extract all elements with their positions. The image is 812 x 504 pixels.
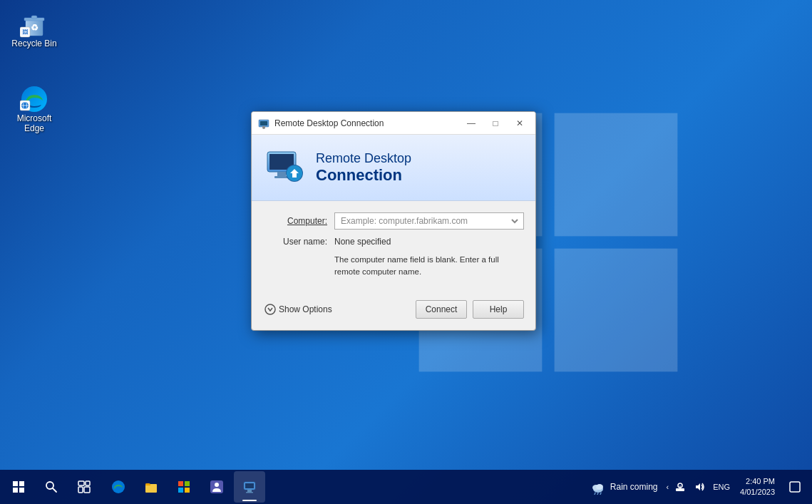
svg-rect-43 [185, 488, 190, 493]
language-button[interactable]: ENG [711, 478, 731, 495]
svg-rect-47 [245, 483, 254, 488]
svg-line-53 [595, 493, 595, 495]
taskbar-store-icon [177, 480, 191, 494]
svg-rect-31 [19, 488, 24, 493]
recycle-bin-icon[interactable]: ♻ 🖼 Recycle Bin [6, 7, 63, 51]
svg-rect-35 [86, 481, 90, 485]
dialog-title-icon [257, 117, 270, 130]
dialog-footer: Show Options Connect Help [252, 300, 535, 330]
svg-rect-41 [185, 481, 190, 486]
notification-icon [789, 481, 801, 493]
volume-icon [694, 481, 706, 493]
weather-widget[interactable]: Rain coming [585, 476, 664, 498]
microsoft-edge-icon[interactable]: Microsoft Edge [6, 82, 63, 136]
language-text: ENG [713, 483, 730, 491]
volume-icon-button[interactable] [692, 478, 709, 495]
date-display: 4/01/2023 [740, 487, 775, 498]
search-button[interactable] [36, 471, 67, 503]
svg-rect-34 [78, 481, 84, 485]
show-options-icon [264, 304, 276, 315]
svg-rect-42 [178, 488, 183, 493]
dialog-header: Remote Desktop Connection [252, 135, 535, 201]
help-button[interactable]: Help [473, 300, 524, 319]
svg-marker-59 [696, 483, 700, 490]
svg-rect-28 [13, 481, 18, 486]
task-view-button[interactable] [68, 471, 100, 503]
notification-button[interactable] [783, 471, 806, 503]
taskbar-explorer-icon [144, 480, 158, 494]
header-line1: Remote Desktop [316, 151, 411, 166]
recycle-bin-image: ♻ 🖼 [20, 10, 48, 38]
taskbar-left [3, 471, 100, 503]
clock-button[interactable]: 2:40 PM 4/01/2023 [734, 476, 781, 498]
dialog-title-text: Remote Desktop Connection [274, 118, 457, 128]
sys-tray: ‹ ENG [667, 478, 732, 495]
taskbar: Rain coming ‹ [0, 470, 812, 504]
svg-rect-40 [178, 481, 183, 486]
svg-rect-3 [555, 249, 678, 372]
show-options-label: Show Options [279, 304, 332, 314]
username-value: None specified [334, 237, 391, 247]
svg-line-54 [597, 493, 598, 495]
rdc-icon [263, 146, 306, 189]
svg-rect-37 [84, 487, 90, 493]
username-label: User name: [263, 237, 334, 247]
connect-button[interactable]: Connect [416, 300, 467, 319]
svg-text:♻: ♻ [31, 23, 38, 33]
minimize-button[interactable]: — [461, 115, 481, 131]
show-hidden-icons-button[interactable]: ‹ [667, 483, 669, 491]
dialog-titlebar: Remote Desktop Connection — □ ✕ [252, 112, 535, 135]
recycle-bin-label: Recycle Bin [11, 38, 56, 48]
svg-rect-48 [247, 490, 252, 492]
rdc-dialog: Remote Desktop Connection — □ ✕ [251, 111, 536, 331]
svg-rect-7 [31, 16, 37, 19]
taskbar-right: Rain coming ‹ [585, 471, 809, 503]
svg-point-45 [215, 483, 219, 487]
computer-label: Computer: [263, 216, 334, 226]
network-icon [674, 481, 686, 493]
svg-line-55 [600, 493, 601, 495]
header-line2: Connection [316, 166, 411, 185]
taskbar-rdc-icon [242, 480, 257, 494]
taskbar-store-button[interactable] [168, 471, 200, 503]
computer-select[interactable]: Example: computer.fabrikam.com [338, 213, 520, 229]
start-icon [12, 480, 25, 493]
search-icon [45, 480, 58, 493]
rdc-header-icon [263, 146, 306, 189]
start-button[interactable] [3, 471, 34, 503]
dialog-body: Computer: Example: computer.fabrikam.com… [252, 201, 535, 300]
taskbar-edge-icon [111, 480, 125, 494]
svg-rect-18 [260, 121, 267, 125]
taskbar-edge-button[interactable] [103, 471, 134, 503]
taskbar-explorer-button[interactable] [135, 471, 167, 503]
weather-icon [590, 479, 606, 495]
svg-rect-60 [790, 482, 800, 492]
svg-rect-20 [262, 126, 265, 127]
taskbar-teams-icon [210, 480, 224, 494]
svg-rect-29 [19, 481, 24, 486]
computer-input-wrapper[interactable]: Example: computer.fabrikam.com [334, 212, 524, 230]
svg-point-52 [596, 484, 603, 490]
dialog-header-text: Remote Desktop Connection [316, 151, 411, 185]
username-row: User name: None specified [263, 237, 524, 247]
taskbar-rdc-button[interactable] [234, 471, 265, 503]
svg-rect-1 [555, 113, 678, 237]
weather-text: Rain coming [610, 482, 658, 492]
taskbar-pinned [103, 471, 265, 503]
svg-rect-30 [13, 488, 18, 493]
svg-text:🖼: 🖼 [22, 29, 28, 36]
network-icon-button[interactable] [672, 478, 689, 495]
svg-point-38 [112, 480, 125, 493]
close-button[interactable]: ✕ [510, 115, 530, 131]
time-display: 2:40 PM [740, 476, 775, 487]
taskbar-teams-button[interactable] [201, 471, 232, 503]
svg-rect-36 [78, 487, 83, 493]
svg-rect-56 [676, 488, 684, 491]
show-options-button[interactable]: Show Options [263, 302, 334, 317]
svg-rect-23 [277, 172, 286, 176]
error-message: The computer name field is blank. Enter … [263, 254, 524, 279]
maximize-button[interactable]: □ [485, 115, 505, 131]
svg-line-33 [53, 488, 56, 492]
microsoft-edge-label: Microsoft Edge [9, 113, 60, 133]
svg-rect-49 [246, 492, 253, 493]
